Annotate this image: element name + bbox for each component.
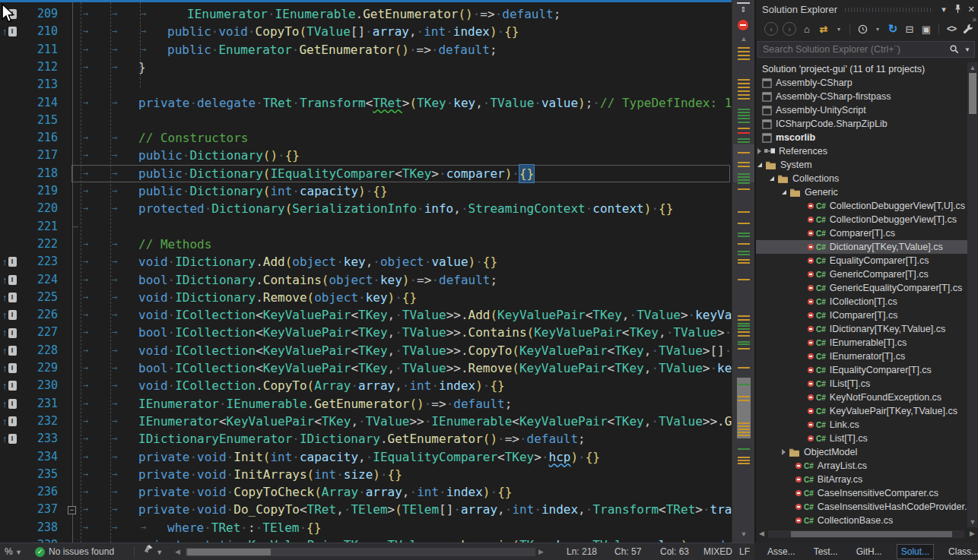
fold-collapse-box[interactable]: − <box>68 506 76 514</box>
tree-item-iequalitycomparer-t-cs[interactable]: C#IEqualityComparer[T].cs <box>756 363 969 377</box>
tree-item-keyvaluepair-tkey-tvalue-cs[interactable]: C#KeyValuePair[TKey,TValue].cs <box>756 404 969 418</box>
code-line-212[interactable]: 212→→} <box>0 59 732 76</box>
health-status[interactable]: No issues found <box>49 543 114 560</box>
code-line-231[interactable]: ↑I231→→IEnumerator·IEnumerable.GetEnumer… <box>0 395 732 413</box>
properties-icon[interactable] <box>962 21 974 36</box>
tree-item-collectiondebuggerview-t-u-cs[interactable]: C#CollectionDebuggerView[T,U].cs <box>756 199 969 213</box>
code-line-238[interactable]: 238→→→where·TRet·:·TElem·{} <box>0 519 732 536</box>
pending-changes-filter-icon[interactable] <box>856 21 868 36</box>
tree-item-objectmodel[interactable]: ObjectModel <box>756 445 969 459</box>
refresh-icon[interactable]: ↻ <box>887 21 899 36</box>
chevron-expanded-icon[interactable] <box>782 190 786 195</box>
preview-selected-items-icon[interactable]: ▣ <box>920 21 932 36</box>
hscroll-left-icon[interactable]: ◀ <box>759 530 764 537</box>
code-line-237[interactable]: 237→→private·void·Do_CopyTo<TRet,·TElem>… <box>0 501 732 518</box>
scroll-down-icon[interactable]: ▼ <box>732 530 755 538</box>
tree-hscrollbar[interactable]: ◀ ▶ <box>757 530 976 539</box>
status-line-ending[interactable]: LF <box>739 543 750 560</box>
editor-scrollbar[interactable]: ⇕ ▲ ▼ <box>732 0 754 543</box>
code-line-211[interactable]: 211→→→public·Enumerator·GetEnumerator()·… <box>0 41 732 59</box>
tree-item-assembly-csharp-firstpass[interactable]: Assembly-CSharp-firstpass <box>756 90 969 103</box>
chevron-expanded-icon[interactable] <box>770 176 774 181</box>
code-line-229[interactable]: ↑I229→→bool·ICollection<KeyValuePair<TKe… <box>0 359 732 377</box>
tree-item-icollection-t-cs[interactable]: C#ICollection[T].cs <box>756 295 969 308</box>
tree-item-caseinsensitivehashcodeprovider-cs[interactable]: C#CaseInsensitiveHashCodeProvider.cs <box>756 500 969 514</box>
tree-item-collectiondebuggerview-t-cs[interactable]: C#CollectionDebuggerView[T].cs <box>756 213 969 226</box>
hscroll-right-icon[interactable]: ▶ <box>538 543 544 560</box>
code-editor[interactable]: ↑I209→→→IEnumerator·IEnumerable.GetEnume… <box>0 0 732 543</box>
sync-with-active-document-icon[interactable]: ⇄ <box>818 21 830 36</box>
hscroll-right-icon[interactable]: ▶ <box>970 530 975 537</box>
window-position-icon[interactable]: ▾ <box>937 5 951 14</box>
hscroll-left-icon[interactable]: ◀ <box>175 543 180 560</box>
tree-item-ilist-t-cs[interactable]: C#IList[T].cs <box>756 377 969 391</box>
code-line-230[interactable]: ↑I230→→void·ICollection.CopyTo(Array·arr… <box>0 377 732 394</box>
tree-item-link-cs[interactable]: C#Link.cs <box>756 418 969 432</box>
tree-item-ienumerable-t-cs[interactable]: C#IEnumerable[T].cs <box>756 336 969 350</box>
panel-tab-solut[interactable]: Solut... <box>897 544 934 559</box>
tree-item-generic[interactable]: Generic <box>756 185 969 199</box>
code-line-221[interactable]: 221 <box>0 218 732 236</box>
tree-item-icomparer-t-cs[interactable]: C#IComparer[T].cs <box>756 308 969 322</box>
panel-titlebar[interactable]: Solution Explorer ▾ ✕ <box>756 0 978 18</box>
code-line-227[interactable]: ↑I227→→bool·ICollection<KeyValuePair<TKe… <box>0 324 732 341</box>
status-column[interactable]: Col: 63 <box>660 543 689 560</box>
code-line-228[interactable]: ↑I228→→void·ICollection<KeyValuePair<TKe… <box>0 342 732 359</box>
status-char[interactable]: Ch: 57 <box>614 543 641 560</box>
hscrollbar-thumb[interactable] <box>187 549 271 555</box>
tree-item-collectionbase-cs[interactable]: C#CollectionBase.cs <box>756 514 969 527</box>
vscrollbar-thumb[interactable] <box>969 73 976 114</box>
code-line-222[interactable]: 222→→// Methods <box>0 236 732 253</box>
chevron-collapsed-icon[interactable] <box>782 449 786 455</box>
tree-item-comparer-t-cs[interactable]: C#Comparer[T].cs <box>756 226 969 240</box>
scroll-down-icon[interactable]: ▼ <box>967 518 978 526</box>
code-line-220[interactable]: 220→→protected·Dictionary(SerializationI… <box>0 200 732 217</box>
tree-item-arraylist-cs[interactable]: C#ArrayList.cs <box>756 459 969 473</box>
zoom-control[interactable]: % ▼ <box>5 543 22 560</box>
code-line-224[interactable]: ↑I224→→bool·IDictionary.Contains(object·… <box>0 271 732 289</box>
chevron-expanded-icon[interactable] <box>757 163 762 167</box>
sync-caret-icon[interactable]: ▾ <box>833 21 845 36</box>
chevron-collapsed-icon[interactable] <box>757 148 761 154</box>
code-line-234[interactable]: 234→→private·void·Init(int·capacity,·IEq… <box>0 448 732 466</box>
home-icon[interactable]: ⌂ <box>801 21 813 36</box>
panel-tab-class[interactable]: Class... <box>945 545 978 558</box>
hscrollbar-thumb[interactable] <box>791 531 952 537</box>
hscrollbar-track[interactable] <box>768 530 964 538</box>
code-line-216[interactable]: 216→→// Constructors <box>0 129 732 147</box>
tree-item-system[interactable]: System <box>756 158 969 172</box>
tree-item-idictionary-tkey-tvalue-cs[interactable]: C#IDictionary[TKey,TValue].cs <box>756 322 969 336</box>
close-icon[interactable]: ✕ <box>964 5 978 14</box>
tree-item-references[interactable]: References <box>756 144 969 158</box>
tree-item-icsharpcode-sharpziplib[interactable]: ICSharpCode.SharpZipLib <box>756 117 969 131</box>
tree-item-keynotfoundexception-cs[interactable]: C#KeyNotFoundException.cs <box>756 391 969 404</box>
code-line-210[interactable]: ↑I210→→→public·void·CopyTo(TValue[]·arra… <box>0 23 732 40</box>
code-line-236[interactable]: 236→→private·void·CopyToCheck(Array·arra… <box>0 483 732 501</box>
tree-item-genericequalitycomparer-t-cs[interactable]: C#GenericEqualityComparer[T].cs <box>756 281 969 295</box>
tree-item-equalitycomparer-t-cs[interactable]: C#EqualityComparer[T].cs <box>756 254 969 267</box>
code-line-217[interactable]: 217→→public·Dictionary()·{} <box>0 147 732 164</box>
panel-tab-test[interactable]: Test... <box>810 545 842 558</box>
code-line-219[interactable]: 219→→public·Dictionary(int·capacity)·{} <box>0 182 732 200</box>
tree-item-caseinsensitivecomparer-cs[interactable]: C#CaseInsensitiveComparer.cs <box>756 486 969 500</box>
status-encoding[interactable]: MIXED <box>703 543 732 560</box>
panel-tab-gith[interactable]: GitH... <box>853 545 886 558</box>
search-icon[interactable] <box>947 44 961 55</box>
code-line-226[interactable]: ↑I226→→void·ICollection<KeyValuePair<TKe… <box>0 306 732 324</box>
back-icon[interactable]: ‹ <box>764 22 778 36</box>
search-input[interactable] <box>758 44 947 55</box>
tree-item-mscorlib[interactable]: mscorlib <box>756 131 969 144</box>
scroll-up-icon[interactable]: ▲ <box>967 64 978 71</box>
code-line-215[interactable]: 215 <box>0 112 732 129</box>
tree-item-solution-project-gui-11-of-11-projects-[interactable]: Solution 'project-gui' (11 of 11 project… <box>756 62 969 76</box>
code-line-239[interactable]: 239→→private·static·KeyValuePair<TKey,·T… <box>0 536 732 543</box>
code-line-209[interactable]: ↑I209→→→IEnumerator·IEnumerable.GetEnume… <box>0 5 732 23</box>
tree-item-ienumerator-t-cs[interactable]: C#IEnumerator[T].cs <box>756 350 969 363</box>
collapse-all-icon[interactable]: ⊟ <box>903 21 916 36</box>
tree-item-dictionary-tkey-tvalue-cs[interactable]: C#Dictionary[TKey,TValue].cs <box>756 240 969 254</box>
code-line-232[interactable]: ↑I232→→IEnumerator<KeyValuePair<TKey,·TV… <box>0 413 732 430</box>
filter-caret-icon[interactable]: ▾ <box>872 21 884 36</box>
code-line-213[interactable]: 213 <box>0 76 732 93</box>
forward-icon[interactable]: › <box>783 22 796 36</box>
code-line-223[interactable]: ↑I223→→void·IDictionary.Add(object·key,·… <box>0 253 732 271</box>
